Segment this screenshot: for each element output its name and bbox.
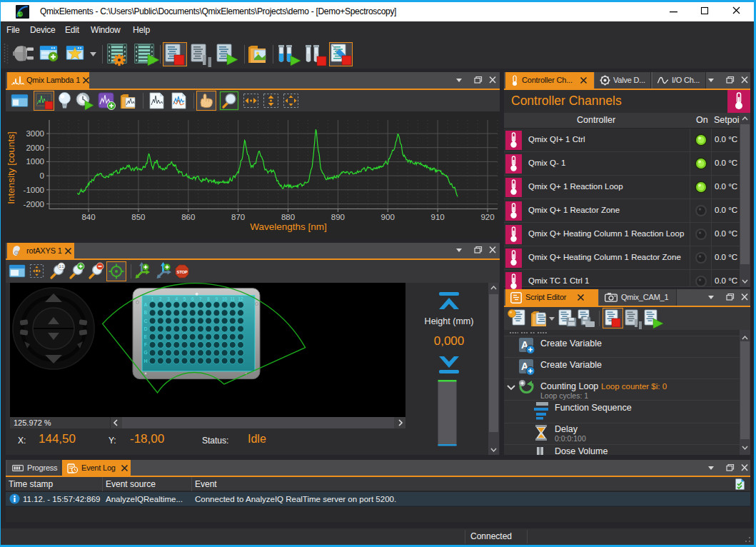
svg-text:910: 910	[431, 213, 445, 221]
svg-text:870: 870	[231, 213, 245, 221]
svg-text:Delay: Delay	[555, 424, 578, 434]
svg-text:H: H	[144, 358, 148, 363]
svg-text:Loop cycles: 1: Loop cycles: 1	[540, 391, 588, 400]
svg-text:2000: 2000	[26, 144, 44, 152]
svg-text:F: F	[144, 342, 147, 347]
svg-text:STOP: STOP	[176, 270, 187, 274]
svg-text:G: G	[143, 350, 147, 355]
svg-text:850: 850	[131, 213, 145, 221]
svg-text:Intensity [counts]: Intensity [counts]	[6, 131, 16, 204]
svg-text:1: 1	[151, 296, 154, 301]
svg-text:3000: 3000	[26, 129, 44, 138]
svg-text:11: 11	[230, 296, 235, 301]
svg-text:-1000: -1000	[24, 186, 44, 194]
svg-text:Function Sequence: Function Sequence	[555, 403, 632, 413]
svg-text:6: 6	[191, 296, 194, 301]
svg-text:C: C	[144, 318, 148, 323]
svg-text:10: 10	[222, 296, 228, 301]
svg-text:Create Variable: Create Variable	[540, 360, 602, 370]
svg-text:Wavelengths [nm]: Wavelengths [nm]	[250, 221, 327, 232]
svg-text:860: 860	[181, 213, 195, 221]
svg-text:3: 3	[167, 296, 170, 301]
svg-text:D: D	[144, 326, 148, 331]
svg-text:920: 920	[480, 213, 494, 221]
svg-text:900: 900	[381, 213, 395, 221]
svg-text:Loop counter $i: 0: Loop counter $i: 0	[601, 382, 667, 391]
svg-text:7: 7	[199, 296, 202, 301]
svg-text:Height (mm): Height (mm)	[425, 316, 474, 326]
svg-text:9: 9	[216, 296, 218, 301]
svg-text:5: 5	[183, 296, 186, 301]
svg-text:B: B	[144, 310, 147, 315]
svg-text:A: A	[144, 302, 148, 307]
svg-text:E: E	[144, 334, 148, 339]
svg-text:-2000: -2000	[24, 200, 44, 209]
svg-text:Counting Loop: Counting Loop	[540, 381, 598, 391]
svg-text:890: 890	[331, 213, 345, 221]
svg-text:2: 2	[159, 296, 162, 301]
svg-text:1:1: 1:1	[59, 265, 64, 269]
svg-text:4: 4	[175, 296, 178, 301]
svg-text:0,000: 0,000	[434, 334, 465, 348]
svg-text:Create Variable: Create Variable	[540, 338, 602, 348]
svg-text:8: 8	[207, 296, 210, 301]
svg-text:880: 880	[281, 213, 295, 221]
svg-text:840: 840	[81, 213, 95, 221]
svg-text:12: 12	[238, 296, 243, 301]
svg-text:0:0:0:100: 0:0:0:100	[555, 434, 586, 443]
svg-text:1000: 1000	[26, 157, 44, 166]
svg-text:0: 0	[40, 171, 44, 180]
svg-text:Dose Volume: Dose Volume	[555, 446, 608, 456]
